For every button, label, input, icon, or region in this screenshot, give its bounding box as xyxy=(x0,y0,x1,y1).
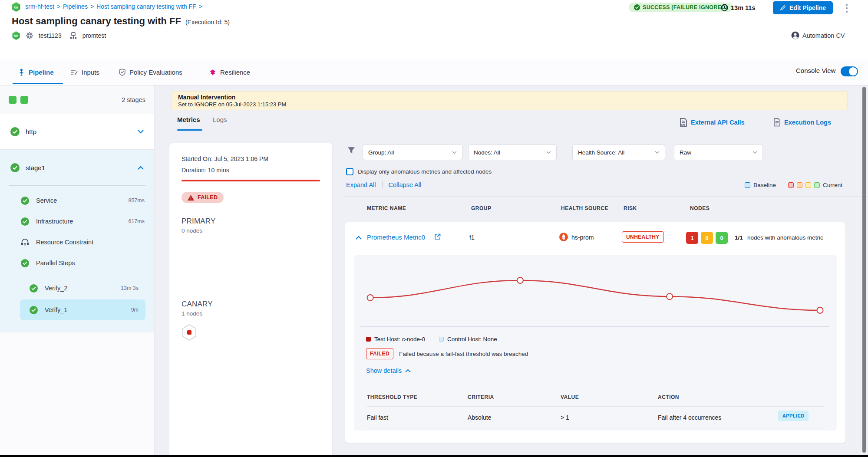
chevron-down-icon xyxy=(752,151,757,154)
col-value: VALUE xyxy=(561,394,579,400)
main-content: Manual Intervention Set to IGNORE on 05-… xyxy=(155,85,868,457)
window-bottom-edge xyxy=(0,455,868,457)
sidebar-step-verify-1[interactable]: Verify_1 9m xyxy=(20,299,145,320)
metric-analysis-panel: Test Host: c-node-0 Control Host: None F… xyxy=(354,255,837,431)
divider xyxy=(9,185,145,186)
banner-subtitle: Set to IGNORE on 05-Jul-2023 1:15:23 PM xyxy=(178,101,841,108)
prometheus-icon xyxy=(559,233,568,241)
health-source-cell: hs-prom xyxy=(571,234,594,241)
resilience-icon xyxy=(209,69,216,76)
test-host-label: Test Host: c-node-0 xyxy=(374,336,425,342)
tab-inputs[interactable]: Inputs xyxy=(70,59,99,85)
harness-logo-icon: ∞ xyxy=(11,2,21,12)
node-count-yellow-chip: 0 xyxy=(701,232,713,244)
edit-pipeline-button[interactable]: Edit Pipeline xyxy=(773,1,833,14)
environment-tag[interactable]: promtest xyxy=(83,32,106,39)
sidebar-step-service[interactable]: Service 857ms xyxy=(0,190,154,211)
current-green-swatch xyxy=(814,182,820,188)
health-source-filter-dropdown[interactable]: Health Source: All xyxy=(572,145,665,160)
external-api-calls-icon: API xyxy=(680,118,687,127)
stage-square-icon xyxy=(9,96,17,104)
node-count-green-chip: 0 xyxy=(716,232,728,244)
tab-pipeline[interactable]: Pipeline xyxy=(18,59,54,85)
col-criteria: CRITERIA xyxy=(468,394,494,400)
col-health-source: HEALTH SOURCE xyxy=(561,205,608,211)
tab-metrics[interactable]: Metrics xyxy=(177,116,200,123)
metric-group-cell: f1 xyxy=(469,234,475,241)
breadcrumb: srm-hf-test > Pipelines > Host sampling … xyxy=(25,3,205,10)
tab-logs[interactable]: Logs xyxy=(213,116,227,123)
success-check-icon xyxy=(10,163,20,172)
external-link-icon[interactable] xyxy=(434,233,441,240)
action-cell: Fail after 4 occurrences xyxy=(658,414,721,421)
nodes-filter-dropdown[interactable]: Nodes: All xyxy=(468,145,557,160)
group-filter-dropdown[interactable]: Group: All xyxy=(363,145,462,160)
metrics-tab-underline xyxy=(177,129,202,131)
control-host-label: Control Host: None xyxy=(447,336,497,342)
success-check-icon xyxy=(21,217,29,226)
sidebar-stage-stage1[interactable]: stage1 xyxy=(0,150,154,185)
collapse-metric-chevron-icon[interactable] xyxy=(356,236,362,240)
breadcrumb-page[interactable]: Host sampling canary testing with FF xyxy=(96,3,196,10)
success-check-icon xyxy=(10,127,20,136)
main-tabbar: Pipeline Inputs Policy Evaluations Resil… xyxy=(0,59,868,85)
user-icon xyxy=(791,31,799,39)
col-threshold-type: THRESHOLD TYPE xyxy=(367,394,417,400)
canary-node-hexagon[interactable] xyxy=(182,324,320,341)
data-mode-dropdown[interactable]: Raw xyxy=(674,145,763,160)
status-badge: SUCCESS (FAILURE IGNORED) xyxy=(629,3,733,12)
test-host-swatch xyxy=(366,337,371,342)
threshold-type-cell: Fail fast xyxy=(367,414,388,421)
sidebar-stage-http[interactable]: http xyxy=(0,114,154,150)
banner-title: Manual Intervention xyxy=(178,94,841,101)
breadcrumb-separator: > xyxy=(57,3,60,10)
metric-row-card: Prometheus Metric0 f1 hs-prom UNHEALTHY … xyxy=(345,222,845,443)
current-yellow-swatch xyxy=(805,182,811,188)
collapse-all-link[interactable]: Collapse All xyxy=(389,181,422,188)
page-title: Host sampling canary testing with FF xyxy=(12,16,181,27)
started-on: Started On: Jul 5, 2023 1:06 PM xyxy=(182,155,320,162)
console-view-toggle[interactable] xyxy=(841,66,858,76)
chevron-up-icon[interactable] xyxy=(138,166,144,170)
show-details-link[interactable]: Show details xyxy=(366,367,411,374)
verification-progress-bar xyxy=(182,180,320,181)
metric-name-link[interactable]: Prometheus Metric0 xyxy=(367,233,425,241)
vertical-scrollbar[interactable] xyxy=(862,87,866,453)
execution-id: (Execution Id: 5) xyxy=(185,19,230,26)
divider xyxy=(367,406,824,407)
anomalous-only-checkbox[interactable] xyxy=(346,168,353,175)
value-cell: > 1 xyxy=(561,414,569,421)
expand-all-link[interactable]: Expand All xyxy=(346,181,376,188)
current-legend-label: Current xyxy=(823,182,842,188)
analysis-failed-badge: FAILED xyxy=(366,348,393,359)
breadcrumb-pipelines[interactable]: Pipelines xyxy=(63,3,88,10)
sidebar-step-infrastructure[interactable]: Infrastructure 617ms xyxy=(0,211,154,232)
more-options-icon[interactable] xyxy=(845,3,848,13)
stage-square-icon xyxy=(20,96,28,104)
chevron-down-icon xyxy=(655,151,660,154)
sidebar-step-parallel-steps[interactable]: Parallel Steps xyxy=(0,253,154,273)
execution-logs-link[interactable]: Execution Logs xyxy=(773,118,831,127)
console-view-label: Console View xyxy=(796,67,835,74)
chevron-up-icon xyxy=(405,369,411,372)
stage-count: 2 stages xyxy=(122,96,145,103)
chevron-down-icon xyxy=(546,151,551,154)
metric-chart[interactable] xyxy=(360,261,829,331)
sidebar-step-verify-2[interactable]: Verify_2 13m 3s xyxy=(20,278,145,299)
page-header: ∞ srm-hf-test > Pipelines > Host samplin… xyxy=(0,0,868,59)
breadcrumb-project[interactable]: srm-hf-test xyxy=(25,3,54,10)
col-risk: RISK xyxy=(624,205,637,211)
pencil-icon xyxy=(780,5,786,11)
warning-triangle-icon xyxy=(188,195,194,201)
sidebar-step-resource-constraint[interactable]: Resource Constraint xyxy=(0,232,154,253)
current-red-swatch xyxy=(788,182,794,188)
tab-policy-evaluations[interactable]: Policy Evaluations xyxy=(119,59,182,85)
service-tag[interactable]: test1123 xyxy=(39,32,62,39)
external-api-calls-link[interactable]: API External API Calls xyxy=(680,118,745,127)
clock-icon xyxy=(721,4,728,11)
risk-badge: UNHEALTHY xyxy=(622,231,664,243)
chevron-down-icon[interactable] xyxy=(138,130,144,134)
filter-icon[interactable] xyxy=(347,147,355,154)
gear-icon[interactable] xyxy=(26,32,33,39)
tab-resilience[interactable]: Resilience xyxy=(209,59,250,85)
